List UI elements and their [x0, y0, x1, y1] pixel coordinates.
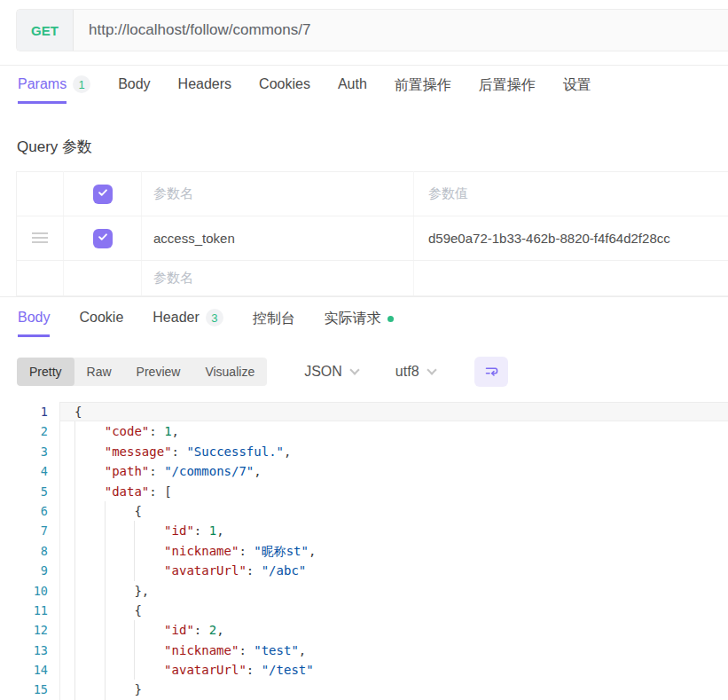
line-number: 3 [0, 442, 60, 461]
drag-handle-icon[interactable] [32, 232, 48, 243]
line-number: 9 [0, 561, 60, 580]
code-content: { [60, 402, 728, 421]
response-tabs: Body Cookie Header 3 控制台 实际请求 [0, 297, 728, 340]
resp-tab-actual-request[interactable]: 实际请求 [325, 310, 394, 340]
indent-guide [74, 461, 105, 481]
code-content: "nickname": "test", [60, 641, 728, 660]
indent-guide [134, 521, 164, 540]
code-line: 14 "avatarUrl": "/test" [0, 660, 728, 680]
code-content: } [60, 680, 728, 699]
param-value-input: 参数值 [428, 185, 468, 201]
view-mode-visualize[interactable]: Visualize [192, 358, 267, 386]
response-format-bar: Pretty Raw Preview Visualize JSON utf8 [17, 357, 728, 387]
code-content: "data": [ [60, 482, 728, 501]
view-mode-raw[interactable]: Raw [74, 358, 124, 386]
param-name-input: 参数名 [153, 185, 193, 201]
tab-params[interactable]: Params 1 [18, 76, 90, 104]
indent-guide [74, 482, 105, 501]
query-params-title: Query 参数 [17, 137, 728, 157]
wrap-text-button[interactable] [474, 357, 508, 387]
line-number: 6 [0, 501, 60, 521]
code-line: 7 "id": 1, [0, 521, 728, 540]
param-name-input: access_token [153, 231, 235, 246]
view-mode-pretty[interactable]: Pretty [17, 358, 74, 386]
indent-guide [134, 641, 164, 660]
param-value-input: d59e0a72-1b33-462b-8820-f4f64d2f28cc [428, 231, 670, 246]
wrap-text-icon [481, 361, 501, 383]
code-line: 2 "code": 1, [0, 421, 728, 441]
table-header-row: 参数名 参数值 [17, 172, 728, 216]
tab-body[interactable]: Body [118, 76, 150, 104]
indent-guide [105, 680, 135, 699]
indent-guide [134, 620, 164, 640]
code-line: 13 "nickname": "test", [0, 641, 728, 660]
indent-guide [105, 641, 135, 660]
code-content: "id": 2, [60, 620, 728, 640]
code-line: 9 "avatarUrl": "/abc" [0, 561, 728, 580]
encoding-dropdown[interactable]: utf8 [395, 364, 435, 380]
resp-tab-cookie[interactable]: Cookie [79, 310, 123, 337]
line-number: 10 [0, 581, 60, 601]
line-number: 2 [0, 421, 60, 441]
indent-guide [134, 660, 164, 680]
code-line: 5 "data": [ [0, 482, 728, 501]
line-number: 11 [0, 601, 60, 620]
table-row-empty: 参数名 [17, 261, 728, 296]
line-number: 7 [0, 521, 60, 540]
code-line: 10 }, [0, 581, 728, 601]
line-number: 8 [0, 541, 60, 561]
code-content: { [60, 501, 728, 521]
code-line: 11 { [0, 601, 728, 620]
resp-tab-body[interactable]: Body [18, 310, 50, 337]
code-line: 6 { [0, 501, 728, 521]
code-content: "path": "/commons/7", [60, 461, 728, 481]
view-mode-preview[interactable]: Preview [124, 358, 193, 386]
indent-guide [105, 581, 135, 601]
line-number: 1 [0, 402, 60, 421]
indent-guide [105, 601, 135, 620]
indent-guide [74, 660, 105, 680]
resp-tab-console[interactable]: 控制台 [253, 310, 295, 340]
code-content: "message": "Successful.", [60, 442, 728, 461]
indent-guide [105, 521, 135, 540]
indent-guide [105, 541, 135, 561]
response-body-code-viewer[interactable]: 1{2 "code": 1,3 "message": "Successful."… [0, 402, 728, 700]
code-line: 1{ [0, 402, 728, 421]
line-number: 14 [0, 660, 60, 680]
indent-guide [105, 501, 135, 521]
code-content: "nickname": "昵称st", [60, 541, 728, 561]
table-row: access_token d59e0a72-1b33-462b-8820-f4f… [17, 216, 728, 261]
indent-guide [74, 442, 105, 461]
body-type-dropdown[interactable]: JSON [304, 364, 358, 380]
indent-guide [74, 601, 105, 620]
code-line: 4 "path": "/commons/7", [0, 461, 728, 481]
indent-guide [105, 660, 135, 680]
status-dot [387, 316, 394, 322]
view-mode-segmented-control: Pretty Raw Preview Visualize [17, 358, 267, 386]
header-count-badge: 3 [206, 309, 223, 326]
check-icon [97, 231, 109, 246]
indent-guide [74, 641, 105, 660]
url-input[interactable]: http://localhost/follow/commons/7 [74, 10, 728, 51]
code-line: 12 "id": 2, [0, 620, 728, 640]
row-checkbox[interactable] [93, 229, 113, 248]
line-number: 12 [0, 620, 60, 640]
tab-auth[interactable]: Auth [338, 76, 367, 104]
tab-pre-actions[interactable]: 前置操作 [395, 76, 451, 106]
select-all-checkbox[interactable] [93, 185, 113, 204]
indent-guide [74, 561, 105, 580]
tab-headers[interactable]: Headers [178, 76, 231, 104]
method-selector[interactable]: GET [17, 10, 74, 51]
request-url-bar: GET http://localhost/follow/commons/7 [16, 9, 728, 51]
indent-guide [74, 541, 105, 561]
tab-cookies[interactable]: Cookies [259, 76, 310, 104]
code-content: "avatarUrl": "/abc" [60, 561, 728, 580]
indent-guide [74, 421, 105, 441]
resp-tab-header[interactable]: Header 3 [153, 310, 223, 337]
tab-post-actions[interactable]: 后置操作 [479, 76, 536, 106]
line-number: 4 [0, 461, 60, 481]
code-content: "id": 1, [60, 521, 728, 540]
tab-settings[interactable]: 设置 [563, 76, 591, 106]
indent-guide [105, 561, 135, 580]
check-icon [97, 186, 109, 201]
